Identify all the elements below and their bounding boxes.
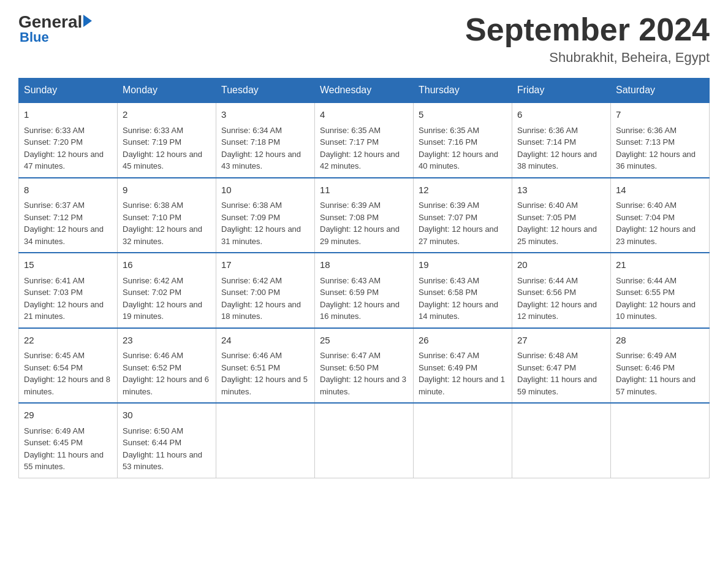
day-number: 24 [221,334,309,348]
day-sunset: Sunset: 7:00 PM [221,288,280,297]
day-daylight: Daylight: 12 hours and 5 minutes. [221,375,308,396]
table-row: 1Sunrise: 6:33 AMSunset: 7:20 PMDaylight… [19,102,118,178]
day-sunset: Sunset: 7:09 PM [221,213,280,222]
table-row: 29Sunrise: 6:49 AMSunset: 6:45 PMDayligh… [19,403,118,478]
day-sunrise: Sunrise: 6:47 AM [320,351,381,360]
day-daylight: Daylight: 12 hours and 45 minutes. [123,150,202,171]
table-row: 30Sunrise: 6:50 AMSunset: 6:44 PMDayligh… [118,403,216,478]
table-row: 2Sunrise: 6:33 AMSunset: 7:19 PMDaylight… [118,102,216,178]
day-sunrise: Sunrise: 6:42 AM [123,276,183,285]
day-sunset: Sunset: 7:08 PM [320,213,379,222]
table-row: 20Sunrise: 6:44 AMSunset: 6:56 PMDayligh… [512,253,611,328]
day-daylight: Daylight: 12 hours and 32 minutes. [123,224,202,246]
table-row: 14Sunrise: 6:40 AMSunset: 7:04 PMDayligh… [611,178,710,253]
day-sunrise: Sunrise: 6:38 AM [123,201,183,210]
month-title: September 2024 [465,12,710,47]
day-sunset: Sunset: 7:13 PM [616,137,675,147]
col-sunday: Sunday [19,79,118,103]
table-row: 25Sunrise: 6:47 AMSunset: 6:50 PMDayligh… [315,328,414,404]
day-daylight: Daylight: 12 hours and 38 minutes. [517,150,597,171]
day-number: 29 [24,408,112,423]
day-number: 27 [517,334,605,348]
day-daylight: Daylight: 12 hours and 16 minutes. [320,300,400,321]
day-sunset: Sunset: 7:04 PM [616,213,675,222]
table-row: 9Sunrise: 6:38 AMSunset: 7:10 PMDaylight… [118,178,216,253]
day-sunrise: Sunrise: 6:43 AM [320,276,381,285]
table-row [216,403,315,478]
day-number: 23 [123,334,211,348]
day-number: 11 [320,183,408,197]
day-sunrise: Sunrise: 6:49 AM [616,351,677,360]
day-daylight: Daylight: 12 hours and 43 minutes. [221,150,301,171]
day-sunset: Sunset: 6:51 PM [221,363,280,372]
day-daylight: Daylight: 12 hours and 29 minutes. [320,224,400,246]
table-row: 19Sunrise: 6:43 AMSunset: 6:58 PMDayligh… [414,253,512,328]
day-sunset: Sunset: 7:20 PM [24,137,83,147]
table-row: 23Sunrise: 6:46 AMSunset: 6:52 PMDayligh… [118,328,216,404]
day-sunrise: Sunrise: 6:36 AM [616,126,677,135]
day-number: 17 [221,258,309,272]
table-row: 22Sunrise: 6:45 AMSunset: 6:54 PMDayligh… [19,328,118,404]
logo: General Blue [18,12,92,45]
table-row: 7Sunrise: 6:36 AMSunset: 7:13 PMDaylight… [611,102,710,178]
day-sunset: Sunset: 6:55 PM [616,288,675,297]
logo-blue: Blue [20,29,49,45]
calendar-header-row: Sunday Monday Tuesday Wednesday Thursday… [19,79,710,103]
day-sunset: Sunset: 6:59 PM [320,288,379,297]
day-sunset: Sunset: 6:58 PM [419,288,477,297]
day-sunset: Sunset: 7:18 PM [221,137,280,147]
day-sunrise: Sunrise: 6:34 AM [221,126,282,135]
day-sunset: Sunset: 7:12 PM [24,213,83,222]
day-sunset: Sunset: 7:03 PM [24,288,83,297]
col-thursday: Thursday [414,79,512,103]
col-monday: Monday [118,79,216,103]
day-number: 14 [616,183,704,197]
table-row: 11Sunrise: 6:39 AMSunset: 7:08 PMDayligh… [315,178,414,253]
day-daylight: Daylight: 12 hours and 12 minutes. [517,300,597,321]
table-row: 5Sunrise: 6:35 AMSunset: 7:16 PMDaylight… [414,102,512,178]
col-saturday: Saturday [611,79,710,103]
day-number: 30 [123,408,211,423]
day-number: 10 [221,183,309,197]
day-daylight: Daylight: 12 hours and 23 minutes. [616,224,696,246]
day-number: 21 [616,258,704,272]
day-number: 8 [24,183,112,197]
day-sunrise: Sunrise: 6:46 AM [123,351,183,360]
day-number: 4 [320,108,408,122]
day-daylight: Daylight: 12 hours and 14 minutes. [419,300,498,321]
day-sunrise: Sunrise: 6:50 AM [123,426,183,435]
day-sunrise: Sunrise: 6:48 AM [517,351,578,360]
day-number: 7 [616,108,704,122]
table-row: 24Sunrise: 6:46 AMSunset: 6:51 PMDayligh… [216,328,315,404]
day-sunrise: Sunrise: 6:38 AM [221,201,282,210]
day-sunrise: Sunrise: 6:39 AM [419,201,479,210]
day-daylight: Daylight: 12 hours and 25 minutes. [517,224,597,246]
day-sunrise: Sunrise: 6:35 AM [419,126,479,135]
day-daylight: Daylight: 12 hours and 19 minutes. [123,300,202,321]
day-daylight: Daylight: 12 hours and 47 minutes. [24,150,104,171]
day-daylight: Daylight: 12 hours and 31 minutes. [221,224,301,246]
table-row: 16Sunrise: 6:42 AMSunset: 7:02 PMDayligh… [118,253,216,328]
table-row [611,403,710,478]
day-daylight: Daylight: 11 hours and 53 minutes. [123,450,202,472]
day-daylight: Daylight: 11 hours and 59 minutes. [517,375,597,396]
table-row: 18Sunrise: 6:43 AMSunset: 6:59 PMDayligh… [315,253,414,328]
day-number: 18 [320,258,408,272]
day-daylight: Daylight: 12 hours and 27 minutes. [419,224,498,246]
day-sunrise: Sunrise: 6:40 AM [616,201,677,210]
day-number: 20 [517,258,605,272]
day-sunset: Sunset: 6:52 PM [123,363,181,372]
table-row: 3Sunrise: 6:34 AMSunset: 7:18 PMDaylight… [216,102,315,178]
table-row: 17Sunrise: 6:42 AMSunset: 7:00 PMDayligh… [216,253,315,328]
day-daylight: Daylight: 12 hours and 21 minutes. [24,300,104,321]
day-number: 26 [419,334,507,348]
day-sunrise: Sunrise: 6:36 AM [517,126,578,135]
table-row: 26Sunrise: 6:47 AMSunset: 6:49 PMDayligh… [414,328,512,404]
day-sunrise: Sunrise: 6:49 AM [24,426,85,435]
day-number: 1 [24,108,112,122]
day-sunset: Sunset: 6:46 PM [616,363,675,372]
day-sunrise: Sunrise: 6:47 AM [419,351,479,360]
day-number: 3 [221,108,309,122]
day-sunrise: Sunrise: 6:41 AM [24,276,85,285]
table-row: 12Sunrise: 6:39 AMSunset: 7:07 PMDayligh… [414,178,512,253]
